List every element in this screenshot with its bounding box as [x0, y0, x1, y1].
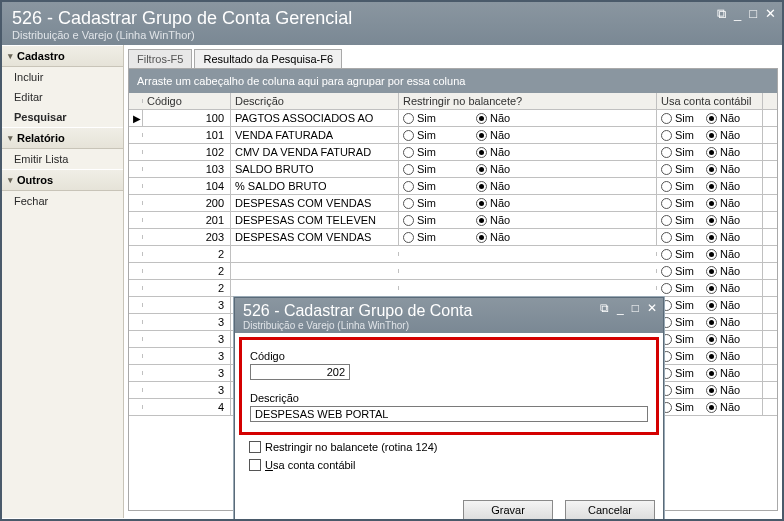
cell-descricao	[231, 269, 399, 273]
table-row[interactable]: 201DESPESAS COM TELEVENSimNãoSimNão	[129, 212, 777, 229]
maximize-icon[interactable]: □	[632, 301, 639, 315]
radio-nao[interactable]: Não	[706, 401, 740, 413]
radio-sim[interactable]: Sim	[661, 401, 694, 413]
radio-sim[interactable]: Sim	[661, 265, 694, 277]
maximize-icon[interactable]: □	[749, 6, 757, 22]
radio-nao[interactable]: Não	[476, 197, 510, 209]
descricao-input[interactable]	[250, 406, 648, 422]
table-row[interactable]: 101VENDA FATURADASimNãoSimNão	[129, 127, 777, 144]
radio-sim[interactable]: Sim	[661, 231, 694, 243]
radio-nao[interactable]: Não	[706, 197, 740, 209]
radio-nao[interactable]: Não	[476, 163, 510, 175]
radio-nao[interactable]: Não	[706, 316, 740, 328]
descricao-label: Descrição	[250, 392, 648, 404]
close-icon[interactable]: ✕	[647, 301, 657, 315]
radio-sim[interactable]: Sim	[661, 129, 694, 141]
sidebar-item-incluir[interactable]: Incluir	[2, 67, 123, 87]
sidebar-item-emitir-lista[interactable]: Emitir Lista	[2, 149, 123, 169]
restore-down-icon[interactable]: ⧉	[717, 6, 726, 22]
radio-sim[interactable]: Sim	[661, 350, 694, 362]
radio-sim[interactable]: Sim	[403, 163, 436, 175]
table-row[interactable]: 200DESPESAS COM VENDASSimNãoSimNão	[129, 195, 777, 212]
row-indicator	[129, 150, 143, 154]
close-icon[interactable]: ✕	[765, 6, 776, 22]
radio-nao[interactable]: Não	[476, 180, 510, 192]
sidebar-item-editar[interactable]: Editar	[2, 87, 123, 107]
radio-nao[interactable]: Não	[706, 384, 740, 396]
radio-sim[interactable]: Sim	[661, 282, 694, 294]
table-row[interactable]: 203DESPESAS COM VENDASSimNãoSimNão	[129, 229, 777, 246]
radio-sim[interactable]: Sim	[661, 180, 694, 192]
group-by-bar[interactable]: Arraste um cabeçalho de coluna aqui para…	[129, 69, 777, 93]
sidebar-group-outros[interactable]: ▾ Outros	[2, 169, 123, 191]
sidebar-item-pesquisar[interactable]: Pesquisar	[2, 107, 123, 127]
cancelar-button[interactable]: Cancelar	[565, 500, 655, 520]
radio-sim[interactable]: Sim	[661, 316, 694, 328]
chk-contabil-row[interactable]: Usa conta contábil	[249, 459, 649, 471]
radio-nao[interactable]: Não	[706, 299, 740, 311]
radio-nao[interactable]: Não	[476, 129, 510, 141]
radio-sim[interactable]: Sim	[661, 299, 694, 311]
radio-sim[interactable]: Sim	[661, 197, 694, 209]
radio-nao[interactable]: Não	[706, 146, 740, 158]
radio-sim[interactable]: Sim	[661, 248, 694, 260]
table-row[interactable]: 103SALDO BRUTOSimNãoSimNão	[129, 161, 777, 178]
radio-sim[interactable]: Sim	[403, 197, 436, 209]
radio-nao[interactable]: Não	[476, 146, 510, 158]
radio-nao[interactable]: Não	[706, 129, 740, 141]
radio-nao[interactable]: Não	[476, 231, 510, 243]
radio-nao[interactable]: Não	[476, 214, 510, 226]
radio-sim[interactable]: Sim	[661, 214, 694, 226]
sidebar-item-fechar[interactable]: Fechar	[2, 191, 123, 211]
radio-nao[interactable]: Não	[706, 163, 740, 175]
radio-sim[interactable]: Sim	[403, 129, 436, 141]
codigo-input[interactable]	[250, 364, 350, 380]
radio-sim[interactable]: Sim	[661, 163, 694, 175]
radio-nao[interactable]: Não	[706, 265, 740, 277]
radio-nao[interactable]: Não	[706, 248, 740, 260]
radio-sim[interactable]: Sim	[661, 367, 694, 379]
radio-nao[interactable]: Não	[476, 112, 510, 124]
sidebar-group-cadastro[interactable]: ▾ Cadastro	[2, 45, 123, 67]
radio-nao[interactable]: Não	[706, 350, 740, 362]
minimize-icon[interactable]: _	[617, 301, 624, 315]
radio-nao[interactable]: Não	[706, 180, 740, 192]
chk-restringir-row[interactable]: Restringir no balancete (rotina 124)	[249, 441, 649, 453]
tab-filtros[interactable]: Filtros-F5	[128, 49, 192, 68]
col-descricao[interactable]: Descrição	[231, 93, 399, 109]
dialog-controls: ⧉ _ □ ✕	[600, 301, 657, 315]
table-row[interactable]: ▶100PAGTOS ASSOCIADOS AOSimNãoSimNão	[129, 110, 777, 127]
radio-nao[interactable]: Não	[706, 282, 740, 294]
radio-sim[interactable]: Sim	[661, 333, 694, 345]
radio-sim[interactable]: Sim	[403, 146, 436, 158]
tab-resultado[interactable]: Resultado da Pesquisa-F6	[194, 49, 342, 68]
restore-down-icon[interactable]: ⧉	[600, 301, 609, 315]
gravar-button[interactable]: Gravar	[463, 500, 553, 520]
radio-sim[interactable]: Sim	[661, 384, 694, 396]
radio-nao[interactable]: Não	[706, 214, 740, 226]
table-row[interactable]: 2SimNão	[129, 280, 777, 297]
checkbox-icon[interactable]	[249, 441, 261, 453]
col-restringir[interactable]: Restringir no balancete?	[399, 93, 657, 109]
table-row[interactable]: 2SimNão	[129, 263, 777, 280]
radio-sim[interactable]: Sim	[403, 112, 436, 124]
col-contabil[interactable]: Usa conta contábil	[657, 93, 763, 109]
cell-codigo: 104	[143, 178, 231, 194]
table-row[interactable]: 104% SALDO BRUTOSimNãoSimNão	[129, 178, 777, 195]
sidebar-group-relatorio[interactable]: ▾ Relatório	[2, 127, 123, 149]
checkbox-icon[interactable]	[249, 459, 261, 471]
table-row[interactable]: 102CMV DA VENDA FATURADSimNãoSimNão	[129, 144, 777, 161]
col-codigo[interactable]: Código	[143, 93, 231, 109]
radio-sim[interactable]: Sim	[661, 112, 694, 124]
radio-nao[interactable]: Não	[706, 367, 740, 379]
minimize-icon[interactable]: _	[734, 6, 741, 22]
radio-nao[interactable]: Não	[706, 333, 740, 345]
table-row[interactable]: 2SimNão	[129, 246, 777, 263]
radio-nao[interactable]: Não	[706, 112, 740, 124]
radio-sim[interactable]: Sim	[403, 231, 436, 243]
radio-sim[interactable]: Sim	[661, 146, 694, 158]
radio-sim[interactable]: Sim	[403, 180, 436, 192]
radio-sim[interactable]: Sim	[403, 214, 436, 226]
tab-strip: Filtros-F5 Resultado da Pesquisa-F6	[128, 49, 778, 68]
radio-nao[interactable]: Não	[706, 231, 740, 243]
